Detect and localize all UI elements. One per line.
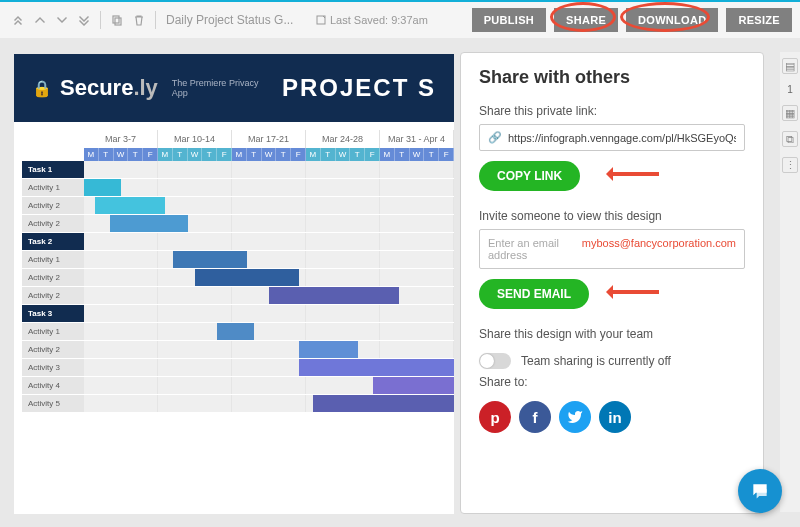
day-header: F — [217, 148, 232, 161]
gantt-bar — [269, 287, 399, 304]
email-placeholder: Enter an email address — [488, 237, 574, 261]
gantt-bar — [373, 377, 454, 394]
share-to-label: Share to: — [479, 375, 745, 389]
row-label: Activity 3 — [22, 359, 84, 377]
double-chevron-up-icon[interactable] — [8, 10, 28, 30]
day-header: F — [291, 148, 306, 161]
day-header: W — [114, 148, 129, 161]
gantt-bar — [110, 215, 188, 232]
row-label: Task 3 — [22, 305, 84, 323]
double-chevron-down-icon[interactable] — [74, 10, 94, 30]
day-header: F — [365, 148, 380, 161]
date-header: Mar 10-14 — [158, 130, 232, 148]
page-title: PROJECT S — [282, 74, 436, 102]
email-value: myboss@fancycorporation.com — [582, 237, 736, 261]
gantt-bar — [217, 323, 254, 340]
date-header: Mar 31 - Apr 4 — [380, 130, 454, 148]
publish-button[interactable]: PUBLISH — [472, 8, 546, 32]
last-saved-label: Last Saved: 9:37am — [316, 14, 428, 26]
row-label: Activity 2 — [22, 269, 84, 287]
brand-name: Secure.ly — [60, 75, 158, 101]
chevron-up-icon[interactable] — [30, 10, 50, 30]
row-label: Activity 1 — [22, 323, 84, 341]
more-icon[interactable]: ⋮ — [782, 157, 798, 173]
facebook-button[interactable]: f — [519, 401, 551, 433]
resize-button[interactable]: RESIZE — [726, 8, 792, 32]
day-header: M — [158, 148, 173, 161]
chat-button[interactable] — [738, 469, 782, 513]
gantt-bar — [195, 269, 299, 286]
annotation-arrow-icon — [599, 285, 659, 299]
activity-row: Activity 4 — [22, 377, 454, 395]
chevron-down-icon[interactable] — [52, 10, 72, 30]
day-header: T — [321, 148, 336, 161]
date-header: Mar 24-28 — [306, 130, 380, 148]
row-label: Task 2 — [22, 233, 84, 251]
activity-row: Activity 5 — [22, 395, 454, 413]
app-toolbar: Daily Project Status G... Last Saved: 9:… — [0, 2, 800, 38]
gantt-bar — [173, 251, 247, 268]
task-row: Task 1 — [22, 161, 454, 179]
last-saved-text: Last Saved: 9:37am — [330, 14, 428, 26]
share-heading: Share with others — [479, 67, 745, 88]
share-button[interactable]: SHARE — [554, 8, 618, 32]
day-header: T — [99, 148, 114, 161]
day-header: M — [84, 148, 99, 161]
date-header: Mar 17-21 — [232, 130, 306, 148]
day-header: M — [380, 148, 395, 161]
activity-row: Activity 2 — [22, 197, 454, 215]
copy-link-button[interactable]: COPY LINK — [479, 161, 580, 191]
pinterest-button[interactable]: p — [479, 401, 511, 433]
activity-row: Activity 2 — [22, 341, 454, 359]
link-label: Share this private link: — [479, 104, 745, 118]
activity-row: Activity 2 — [22, 215, 454, 233]
task-row: Task 2 — [22, 233, 454, 251]
day-header: W — [188, 148, 203, 161]
send-email-button[interactable]: SEND EMAIL — [479, 279, 589, 309]
gantt-bar — [299, 359, 454, 376]
day-header: T — [202, 148, 217, 161]
row-label: Activity 2 — [22, 197, 84, 215]
row-label: Activity 1 — [22, 251, 84, 269]
svg-rect-0 — [113, 16, 119, 23]
grid-icon[interactable]: ▦ — [782, 105, 798, 121]
gantt-chart: Mar 3-7Mar 10-14Mar 17-21Mar 24-28Mar 31… — [14, 122, 454, 413]
share-link-input[interactable]: 🔗 https://infograph.venngage.com/pl/HkSG… — [479, 124, 745, 151]
document-title[interactable]: Daily Project Status G... — [166, 13, 306, 27]
activity-row: Activity 1 — [22, 179, 454, 197]
copy-icon[interactable] — [107, 10, 127, 30]
doc-header: 🔒 Secure.ly The Premiere Privacy App PRO… — [14, 54, 454, 122]
row-label: Activity 1 — [22, 179, 84, 197]
day-header: W — [336, 148, 351, 161]
day-header: F — [143, 148, 158, 161]
layers-icon[interactable]: ▤ — [782, 58, 798, 74]
design-canvas[interactable]: 🔒 Secure.ly The Premiere Privacy App PRO… — [14, 54, 454, 514]
team-sharing-toggle[interactable] — [479, 353, 511, 369]
team-label: Share this design with your team — [479, 327, 745, 341]
day-header: T — [395, 148, 410, 161]
brand-tagline: The Premiere Privacy App — [172, 78, 274, 98]
activity-row: Activity 2 — [22, 269, 454, 287]
day-header: T — [350, 148, 365, 161]
svg-rect-1 — [115, 18, 121, 25]
day-header: T — [276, 148, 291, 161]
duplicate-icon[interactable]: ⧉ — [782, 131, 798, 147]
annotation-arrow-icon — [599, 167, 659, 181]
day-header: T — [128, 148, 143, 161]
download-button[interactable]: DOWNLOAD — [626, 8, 718, 32]
team-status-text: Team sharing is currently off — [521, 354, 671, 368]
day-header: W — [410, 148, 425, 161]
share-link-text: https://infograph.venngage.com/pl/HkSGEy… — [508, 132, 736, 144]
row-label: Activity 4 — [22, 377, 84, 395]
twitter-button[interactable] — [559, 401, 591, 433]
row-label: Activity 2 — [22, 287, 84, 305]
linkedin-button[interactable]: in — [599, 401, 631, 433]
activity-row: Activity 3 — [22, 359, 454, 377]
trash-icon[interactable] — [129, 10, 149, 30]
day-header: M — [306, 148, 321, 161]
gantt-bar — [299, 341, 358, 358]
email-input[interactable]: Enter an email address myboss@fancycorpo… — [479, 229, 745, 269]
share-panel: Share with others Share this private lin… — [460, 52, 764, 514]
activity-row: Activity 2 — [22, 287, 454, 305]
invite-label: Invite someone to view this design — [479, 209, 745, 223]
